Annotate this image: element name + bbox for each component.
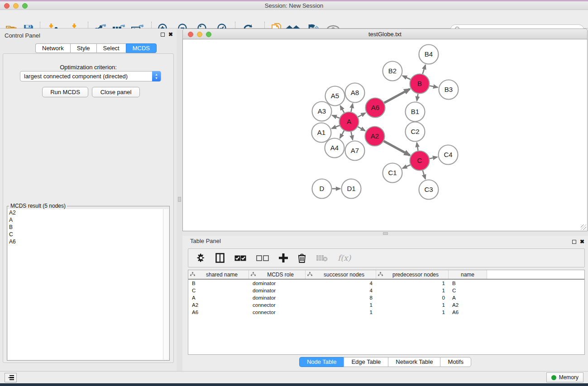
table-row[interactable]: A6connector11A6 [188, 309, 584, 316]
node-C3[interactable]: C3 [419, 180, 439, 200]
node-B[interactable]: B [410, 74, 430, 94]
close-panel-button[interactable]: Close panel [92, 87, 140, 97]
edge-A2-C[interactable] [384, 141, 410, 155]
table-cell[interactable]: A2 [449, 301, 487, 309]
node-D[interactable]: D [312, 179, 332, 199]
run-mcds-button[interactable]: Run MCDS [42, 87, 88, 97]
node-A5[interactable]: A5 [325, 86, 345, 106]
node-C4[interactable]: C4 [439, 145, 458, 165]
table-cell[interactable]: 8 [306, 294, 376, 301]
float-panel-icon[interactable] [572, 240, 576, 244]
tab-select[interactable]: Select [96, 43, 126, 53]
edge-B-B1[interactable] [417, 94, 418, 101]
node-D1[interactable]: D1 [342, 179, 361, 199]
node-A[interactable]: A [339, 112, 359, 132]
panel-divider[interactable] [177, 29, 182, 371]
table-cell[interactable]: B [188, 280, 249, 287]
network-graph[interactable]: B4B2BB3A5A8A6B1A3AC2A1A2A4A7CC4C1C3DD1 [183, 39, 587, 230]
table-cell[interactable]: 1 [306, 301, 376, 309]
column-header-mcds-role[interactable]: MCDS role [249, 270, 306, 279]
task-history-button[interactable] [5, 373, 17, 382]
tab-edge-table[interactable]: Edge Table [344, 357, 388, 367]
add-column-icon[interactable] [279, 252, 288, 264]
table-cell[interactable]: A2 [188, 301, 249, 309]
edge-B-B4[interactable] [423, 65, 425, 74]
network-canvas[interactable]: B4B2BB3A5A8A6B1A3AC2A1A2A4A7CC4C1C3DD1 [182, 39, 588, 231]
edge-B-B2[interactable] [402, 76, 410, 79]
float-panel-icon[interactable] [161, 33, 165, 37]
table-cell[interactable]: C [188, 287, 249, 294]
node-B3[interactable]: B3 [439, 80, 459, 100]
table-row[interactable]: Cdominator41C [188, 287, 584, 294]
table-settings-gear-icon[interactable] [196, 252, 206, 264]
node-B2[interactable]: B2 [383, 62, 402, 81]
show-columns-icon[interactable] [215, 252, 225, 264]
table-cell[interactable]: A [449, 294, 487, 301]
network-close-button[interactable] [188, 32, 193, 37]
delete-column-trash-icon[interactable] [298, 252, 306, 264]
node-A4[interactable]: A4 [325, 138, 344, 158]
close-panel-icon[interactable]: ✖ [168, 32, 173, 37]
node-C2[interactable]: C2 [406, 122, 425, 142]
network-maximize-button[interactable] [206, 32, 211, 37]
close-window-button[interactable] [4, 3, 10, 9]
node-B4[interactable]: B4 [419, 45, 439, 64]
table-row[interactable]: A2connector11A2 [188, 301, 584, 309]
node-A2[interactable]: A2 [365, 127, 385, 146]
table-cell[interactable]: A6 [449, 309, 487, 316]
close-panel-icon[interactable]: ✖ [580, 239, 584, 244]
node-A8[interactable]: A8 [345, 83, 365, 103]
minimize-window-button[interactable] [13, 3, 19, 9]
table-cell[interactable]: 1 [376, 287, 449, 294]
node-A1[interactable]: A1 [312, 123, 331, 143]
edge-B-B3[interactable] [430, 86, 438, 87]
criterion-dropdown[interactable]: largest connected component (directed) ▲… [20, 71, 161, 81]
tab-network[interactable]: Network [35, 43, 70, 53]
network-minimize-button[interactable] [197, 32, 202, 37]
table-cell[interactable]: connector [249, 301, 306, 309]
table-row[interactable]: Adominator80A [188, 294, 584, 301]
tab-network-table[interactable]: Network Table [388, 357, 440, 367]
edge-A6-B[interactable] [384, 89, 410, 103]
table-cell[interactable]: 1 [376, 309, 449, 316]
table-cell[interactable]: 1 [376, 301, 449, 309]
edge-A-A5[interactable] [340, 106, 344, 113]
tab-style[interactable]: Style [70, 43, 96, 53]
table-cell[interactable]: 0 [376, 294, 449, 301]
table-cell[interactable]: A [188, 294, 249, 301]
column-header-successor-nodes[interactable]: successor nodes [306, 270, 376, 279]
table-cell[interactable]: dominator [249, 287, 306, 294]
maximize-window-button[interactable] [22, 3, 28, 9]
node-C[interactable]: C [410, 151, 430, 171]
table-splitter[interactable] [182, 231, 588, 236]
splitter-handle[interactable] [383, 232, 388, 235]
tab-node-table[interactable]: Node Table [299, 357, 344, 367]
edge-A-A4[interactable] [340, 131, 344, 138]
edge-A-A7[interactable] [351, 132, 353, 140]
tab-mcds[interactable]: MCDS [126, 43, 157, 53]
column-header-predecessor-nodes[interactable]: predecessor nodes [376, 270, 449, 279]
table-cell[interactable]: A6 [188, 309, 249, 316]
memory-button[interactable]: Memory [546, 372, 583, 382]
resize-grip[interactable] [581, 224, 586, 230]
edge-C-C2[interactable] [417, 143, 418, 151]
table-cell[interactable]: 4 [306, 287, 376, 294]
table-cell[interactable]: 1 [306, 309, 376, 316]
edge-A-A8[interactable] [351, 104, 353, 112]
edge-C-C4[interactable] [430, 157, 437, 159]
edge-C-C1[interactable] [402, 165, 410, 168]
node-table[interactable]: shared nameMCDS rolesuccessor nodesprede… [188, 270, 585, 355]
node-C1[interactable]: C1 [383, 163, 402, 183]
table-cell[interactable]: 4 [306, 280, 376, 287]
divider-handle[interactable] [178, 197, 181, 202]
table-cell[interactable]: 1 [376, 280, 449, 287]
edge-A-A2[interactable] [358, 127, 365, 131]
table-cell[interactable]: dominator [249, 294, 306, 301]
node-A7[interactable]: A7 [345, 141, 365, 161]
edge-A-A6[interactable] [358, 113, 366, 117]
edge-A-A1[interactable] [332, 125, 339, 129]
table-cell[interactable]: B [449, 280, 487, 287]
node-A6[interactable]: A6 [366, 98, 385, 118]
select-all-rows-icon[interactable] [234, 252, 246, 264]
table-cell[interactable]: dominator [249, 280, 306, 287]
